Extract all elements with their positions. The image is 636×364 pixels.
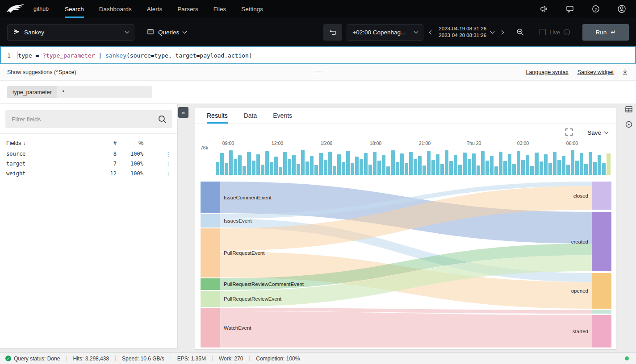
histogram-bar[interactable] <box>580 153 583 175</box>
histogram-bar[interactable] <box>602 163 606 175</box>
sankey-node-PullRequestReviewCommentEvent[interactable] <box>201 278 220 290</box>
histogram-bar[interactable] <box>431 160 435 175</box>
histogram-bar[interactable] <box>468 159 471 175</box>
field-row-source[interactable]: source8100%⋮ <box>0 149 177 159</box>
histogram-bar[interactable] <box>593 162 597 175</box>
histogram-bar[interactable] <box>418 156 422 175</box>
help-icon[interactable]: ? <box>591 4 600 13</box>
tab-results[interactable]: Results <box>207 108 228 124</box>
histogram-bar[interactable] <box>229 150 233 175</box>
histogram-bar[interactable] <box>490 156 494 175</box>
histogram-bar[interactable] <box>557 160 561 175</box>
histogram-bar[interactable] <box>540 161 543 175</box>
timezone-select[interactable]: +02:00 Copenhag... <box>347 24 423 41</box>
histogram-bar[interactable] <box>270 162 273 175</box>
histogram-bar[interactable] <box>360 159 363 175</box>
parameter-chip[interactable]: type_parameter * <box>7 86 152 98</box>
histogram-bar[interactable] <box>292 155 296 175</box>
histogram-bar[interactable] <box>247 152 251 175</box>
histogram-bar[interactable] <box>409 152 413 175</box>
histogram-bar[interactable] <box>405 163 408 175</box>
histogram-bar[interactable] <box>220 153 224 175</box>
nav-item-files[interactable]: Files <box>213 0 226 18</box>
histogram-bar[interactable] <box>355 157 359 175</box>
queries-button[interactable]: Queries <box>142 24 192 41</box>
filter-fields-input[interactable] <box>5 110 172 128</box>
sankey-node-WatchEvent[interactable] <box>201 308 220 347</box>
histogram-bar[interactable] <box>512 164 516 175</box>
histogram-bar[interactable] <box>283 152 287 175</box>
histogram-bar[interactable] <box>499 152 502 175</box>
histogram-bar[interactable] <box>607 153 610 175</box>
histogram-bar[interactable] <box>243 166 246 175</box>
histogram-bar[interactable] <box>305 161 309 175</box>
sankey-node-started[interactable] <box>592 315 611 347</box>
histogram-bar[interactable] <box>391 150 394 175</box>
histogram-bar[interactable] <box>427 151 431 175</box>
save-dropdown[interactable]: Save <box>587 129 608 136</box>
histogram-bar[interactable] <box>517 151 520 175</box>
time-forward-button[interactable] <box>496 24 509 41</box>
time-range-picker[interactable]: 2023-04-19 08:31:26 2023-04-20 08:31:26 <box>437 26 496 38</box>
histogram-bar[interactable] <box>423 165 426 175</box>
crowdstrike-falcon-logo[interactable] <box>6 3 25 15</box>
histogram-bar[interactable] <box>234 159 237 175</box>
histogram-bar[interactable] <box>346 151 350 175</box>
histogram-bar[interactable] <box>508 154 511 175</box>
fields-sort-header[interactable]: Fields ↓ <box>6 140 89 146</box>
field-menu-icon[interactable]: ⋮ <box>143 170 177 177</box>
undo-button[interactable] <box>323 24 342 41</box>
field-table-panel-icon[interactable] <box>625 105 634 114</box>
nav-item-dashboards[interactable]: Dashboards <box>99 0 132 18</box>
nav-item-alerts[interactable]: Alerts <box>147 0 163 18</box>
nav-item-parsers[interactable]: Parsers <box>177 0 198 18</box>
sankey-link-WatchEvent-started[interactable] <box>220 311 592 347</box>
search-icon[interactable] <box>158 115 167 124</box>
histogram-bar[interactable] <box>297 164 300 175</box>
histogram-bar[interactable] <box>589 152 592 175</box>
pin-editor-icon[interactable] <box>621 68 629 76</box>
histogram-bar[interactable] <box>575 161 579 175</box>
histogram-bar[interactable] <box>288 159 291 175</box>
link-language-syntax[interactable]: Language syntax <box>526 69 568 75</box>
histogram-bar[interactable] <box>274 157 278 175</box>
histogram-bar[interactable] <box>440 164 444 175</box>
histogram-bar[interactable] <box>562 156 565 175</box>
histogram-bar[interactable] <box>364 153 368 175</box>
histogram-bar[interactable] <box>310 156 314 175</box>
histogram-bar[interactable] <box>503 161 507 175</box>
histogram-bar[interactable] <box>494 166 498 175</box>
histogram-bar[interactable] <box>386 166 390 175</box>
user-avatar-icon[interactable] <box>617 4 626 13</box>
histogram-bar[interactable] <box>400 153 404 175</box>
histogram-bar[interactable] <box>526 155 529 175</box>
histogram-bar[interactable] <box>463 153 466 175</box>
histogram-bar[interactable] <box>216 162 219 175</box>
histogram-bar[interactable] <box>252 161 255 175</box>
histogram-bar[interactable] <box>521 160 525 175</box>
histogram-bar[interactable] <box>377 161 381 175</box>
parameter-value-input[interactable]: * <box>57 86 152 98</box>
resize-handle[interactable] <box>314 71 322 73</box>
histogram-bar[interactable] <box>445 150 448 175</box>
sankey-node-created[interactable] <box>592 212 611 271</box>
sankey-node-opened[interactable] <box>592 273 611 309</box>
histogram-bar[interactable] <box>598 155 601 175</box>
sankey-node-IssueCommentEvent[interactable] <box>201 182 220 213</box>
collapse-panel-button[interactable]: « <box>178 107 188 118</box>
field-menu-icon[interactable]: ⋮ <box>143 161 177 167</box>
tab-events[interactable]: Events <box>273 108 292 124</box>
histogram-bar[interactable] <box>351 163 354 175</box>
histogram-bar[interactable] <box>454 155 457 175</box>
field-menu-icon[interactable]: ⋮ <box>143 151 177 157</box>
histogram-bar[interactable] <box>373 152 377 175</box>
live-toggle[interactable]: Live <box>540 29 570 36</box>
field-row-weight[interactable]: weight12100%⋮ <box>0 169 177 178</box>
sankey-node-misc[interactable] <box>592 310 611 314</box>
run-button[interactable]: Run ↵ <box>582 24 629 41</box>
histogram-bar[interactable] <box>382 155 385 175</box>
histogram-bar[interactable] <box>328 152 332 175</box>
field-row-target[interactable]: target7100%⋮ <box>0 159 177 169</box>
link-sankey-widget[interactable]: Sankey widget <box>577 69 614 75</box>
zoom-out-time-icon[interactable] <box>513 24 528 41</box>
